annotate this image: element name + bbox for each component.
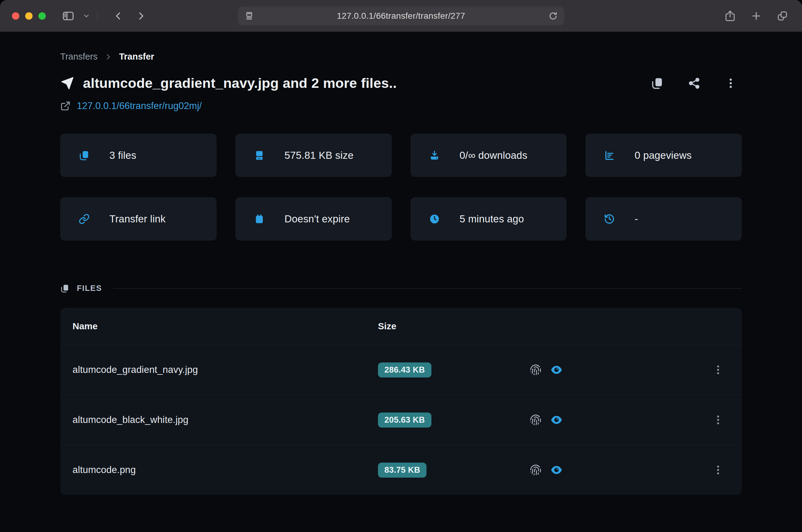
file-size-badge: 83.75 KB xyxy=(378,462,427,478)
breadcrumb-current: Transfer xyxy=(119,52,154,62)
page-title: altumcode_gradient_navy.jpg and 2 more f… xyxy=(83,75,397,91)
file-name: altumcode_black_white.jpg xyxy=(73,414,378,425)
file-size-badge: 286.43 KB xyxy=(378,362,431,378)
new-tab-icon[interactable] xyxy=(750,10,762,22)
share-upload-icon[interactable] xyxy=(724,10,736,22)
stat-card-downloads: 0/∞ downloads xyxy=(411,134,567,177)
stat-label: 0/∞ downloads xyxy=(460,150,528,161)
toolbar-divider xyxy=(97,11,98,21)
chain-link-icon xyxy=(79,213,90,225)
files-table-header: Name Size xyxy=(60,308,742,345)
column-header-size: Size xyxy=(378,321,396,331)
eye-icon[interactable] xyxy=(550,414,563,426)
kebab-menu-icon[interactable] xyxy=(712,364,724,376)
stat-card-created: 5 minutes ago xyxy=(411,197,567,241)
forward-icon[interactable] xyxy=(136,11,146,21)
stat-label: Doesn't expire xyxy=(284,213,350,225)
calendar-icon xyxy=(254,213,265,225)
kebab-menu-icon[interactable] xyxy=(712,414,724,426)
table-row: altumcode_gradient_navy.jpg 286.43 KB xyxy=(60,345,742,395)
reload-icon[interactable] xyxy=(548,11,558,21)
stat-label: 3 files xyxy=(109,150,136,161)
stat-card-transfer-link: Transfer link xyxy=(60,197,217,241)
chevron-down-icon[interactable] xyxy=(83,12,90,20)
fingerprint-icon[interactable] xyxy=(530,464,541,476)
column-header-name: Name xyxy=(73,321,378,331)
stat-card-pageviews: 0 pageviews xyxy=(585,134,742,177)
file-name: altumcode_gradient_navy.jpg xyxy=(73,364,378,375)
kebab-menu-icon[interactable] xyxy=(725,77,737,89)
tab-overview-icon[interactable] xyxy=(776,10,788,22)
back-icon[interactable] xyxy=(113,11,124,21)
traffic-lights xyxy=(12,12,46,20)
fingerprint-icon[interactable] xyxy=(530,364,541,376)
breadcrumb-transfers[interactable]: Transfers xyxy=(60,52,97,62)
file-size-badge: 205.63 KB xyxy=(378,413,431,428)
history-icon xyxy=(604,213,615,225)
stat-label: 575.81 KB size xyxy=(284,150,354,161)
stat-label: 0 pageviews xyxy=(635,150,692,161)
share-nodes-icon[interactable] xyxy=(688,77,701,90)
pageviews-chart-icon xyxy=(604,150,615,161)
url-text[interactable]: 127.0.0.1/66transfer/transfer/277 xyxy=(238,11,564,21)
external-link-icon xyxy=(60,101,71,111)
stats-grid: 3 files 575.81 KB size xyxy=(60,134,742,241)
zoom-window-button[interactable] xyxy=(38,12,46,20)
browser-toolbar: 127.0.0.1/66transfer/transfer/277 xyxy=(0,0,802,32)
stat-card-last-activity: - xyxy=(585,197,742,241)
section-divider xyxy=(113,288,742,289)
kebab-menu-icon[interactable] xyxy=(712,464,724,476)
stat-label: Transfer link xyxy=(109,213,166,225)
table-row: altumcode_black_white.jpg 205.63 KB xyxy=(60,395,742,445)
stat-card-files: 3 files xyxy=(60,134,217,177)
stat-label: 5 minutes ago xyxy=(460,213,524,225)
fingerprint-icon[interactable] xyxy=(530,414,541,426)
clock-icon xyxy=(429,213,440,225)
files-copy-icon xyxy=(60,284,70,293)
browser-window: 127.0.0.1/66transfer/transfer/277 xyxy=(0,0,802,532)
stat-card-size: 575.81 KB size xyxy=(236,134,392,177)
eye-icon[interactable] xyxy=(550,363,563,376)
download-icon xyxy=(429,150,440,161)
chevron-right-icon xyxy=(104,53,112,61)
address-bar[interactable]: 127.0.0.1/66transfer/transfer/277 xyxy=(238,6,564,25)
stat-card-expiry: Doesn't expire xyxy=(236,197,392,241)
minimize-window-button[interactable] xyxy=(25,12,33,20)
files-table: Name Size altumcode_gradient_navy.jpg 28… xyxy=(60,308,742,495)
files-copy-icon xyxy=(79,150,90,161)
paper-plane-icon xyxy=(60,76,74,90)
transfer-share-link[interactable]: 127.0.0.1/66transfer/rug02mj/ xyxy=(77,100,202,112)
hard-drive-icon xyxy=(254,150,265,161)
stat-label: - xyxy=(635,213,638,225)
close-window-button[interactable] xyxy=(12,12,19,20)
eye-icon[interactable] xyxy=(550,463,563,476)
table-row: altumcode.png 83.75 KB xyxy=(60,445,742,495)
breadcrumb: Transfers Transfer xyxy=(60,52,742,62)
sidebar-toggle-icon[interactable] xyxy=(62,10,75,22)
file-name: altumcode.png xyxy=(73,464,378,475)
copy-icon[interactable] xyxy=(651,77,664,90)
files-section-heading: FILES xyxy=(77,284,102,293)
